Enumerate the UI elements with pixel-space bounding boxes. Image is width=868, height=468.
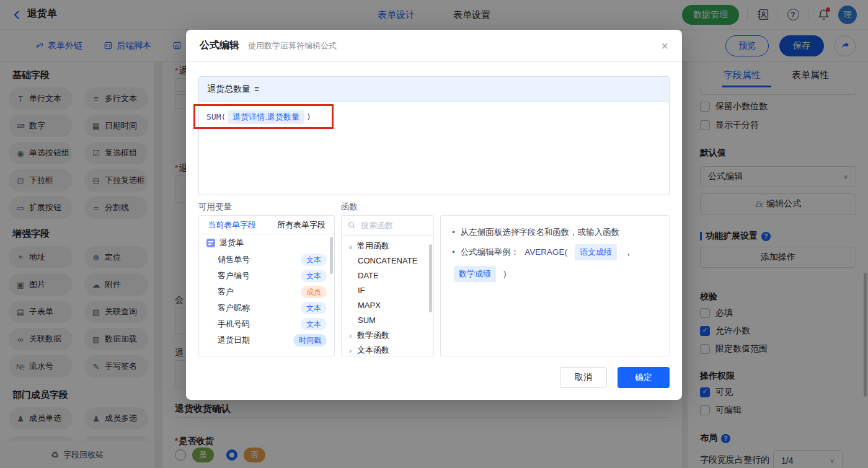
close-icon[interactable]: × [661,40,668,52]
variables-label: 可用变量 [198,201,232,213]
group-label: 文本函数 [357,345,389,356]
function-item[interactable]: SUM [342,313,433,328]
type-badge: 文本 [301,254,327,266]
variable-name: 手机号码 [218,319,301,330]
function-token: ) [306,112,311,121]
formula-input-area[interactable]: SUM(退货详情.退货数量) [199,102,669,133]
formula-target-bar: 退货总数量 = [199,77,669,102]
field-chip[interactable]: 退货详情.退货数量 [228,110,304,124]
variable-row[interactable]: 销售单号文本 [199,252,334,268]
function-token: SUM( [206,112,226,121]
search-icon [348,221,356,229]
variable-name: 客户昵称 [218,302,301,314]
caret-right-icon [348,331,353,340]
formula-edit-modal: 公式编辑 使用数学运算符编辑公式 × 退货总数量 = SUM(退货详情.退货数量… [186,30,682,400]
function-item[interactable]: IF [342,283,433,298]
function-search[interactable] [342,216,433,236]
modal-footer: 取消 确定 [560,367,670,388]
caret-right-icon [348,346,353,355]
tip-text: 从左侧面板选择字段名和函数，或输入函数 [461,226,620,239]
tips-panel: 从左侧面板选择字段名和函数，或输入函数 公式编辑举例： AVERAGE( 语文成… [440,215,670,356]
caret-down-icon [348,242,353,251]
tip-prefix: 公式编辑举例： [461,245,520,259]
cancel-button[interactable]: 取消 [560,367,607,388]
example-close-paren: ) [503,267,507,281]
example-function-token: AVERAGE( [525,245,567,259]
type-badge: 成员 [301,286,327,298]
group-label: 常用函数 [357,241,389,252]
variables-panel: 当前表单字段 所有表单字段 退货单 销售单号文本 客户编号文本 客户成员 客户昵… [198,215,335,356]
formula-target-field: 退货总数量 [207,84,250,95]
function-group-common[interactable]: 常用函数 [342,239,433,254]
tab-current-form-fields[interactable]: 当前表单字段 [208,219,256,231]
functions-panel: 常用函数 CONCATENATE DATE IF MAPX SUM 数学函数 文… [341,215,434,356]
variable-name: 客户编号 [218,270,301,281]
variable-row[interactable]: 退货日期时间戳 [199,332,334,348]
functions-label: 函数 [341,201,358,213]
functions-scrollbar[interactable] [429,244,432,312]
tab-all-form-fields[interactable]: 所有表单字段 [277,219,326,231]
function-group-text[interactable]: 文本函数 [342,343,433,356]
example-field-chip: 语文成绩 [575,244,617,260]
tip-line-2: 公式编辑举例： AVERAGE( 语文成绩 ， 数学成绩 ) [452,244,658,282]
variable-row[interactable]: 客户昵称文本 [199,300,334,316]
confirm-button[interactable]: 确定 [618,367,670,388]
formula-editor[interactable]: 退货总数量 = SUM(退货详情.退货数量) [198,76,670,195]
function-group-math[interactable]: 数学函数 [342,328,433,343]
type-badge: 文本 [301,302,327,314]
group-label: 数学函数 [357,330,389,341]
tree-root-label: 退货单 [219,237,244,249]
function-item[interactable]: DATE [342,268,433,283]
function-search-input[interactable] [360,220,422,231]
variable-row[interactable]: 客户编号文本 [199,268,334,284]
modal-subtitle: 使用数学运算符编辑公式 [248,40,337,51]
example-field-chip: 数学成绩 [454,266,496,282]
tree-root-form[interactable]: 退货单 [199,234,334,252]
form-doc-icon [206,239,215,247]
variable-row[interactable]: 客户成员 [199,284,334,300]
modal-title: 公式编辑 [200,39,239,52]
comma: ， [624,245,633,259]
variables-tabs: 当前表单字段 所有表单字段 [199,216,334,234]
type-badge: 文本 [301,270,327,282]
function-item[interactable]: CONCATENATE [342,254,433,268]
variable-name: 退货日期 [218,335,293,346]
equals-sign: = [254,84,259,94]
type-badge: 文本 [301,318,327,330]
variables-scrollbar[interactable] [330,237,333,274]
variable-name: 销售单号 [218,254,301,265]
modal-header: 公式编辑 使用数学运算符编辑公式 × [186,30,682,62]
tip-line-1: 从左侧面板选择字段名和函数，或输入函数 [452,226,658,239]
variable-name: 客户 [218,286,301,298]
variable-row[interactable]: 手机号码文本 [199,316,334,332]
function-item[interactable]: MAPX [342,298,433,313]
function-list: 常用函数 CONCATENATE DATE IF MAPX SUM 数学函数 文… [342,236,433,356]
type-badge: 时间戳 [293,334,327,347]
